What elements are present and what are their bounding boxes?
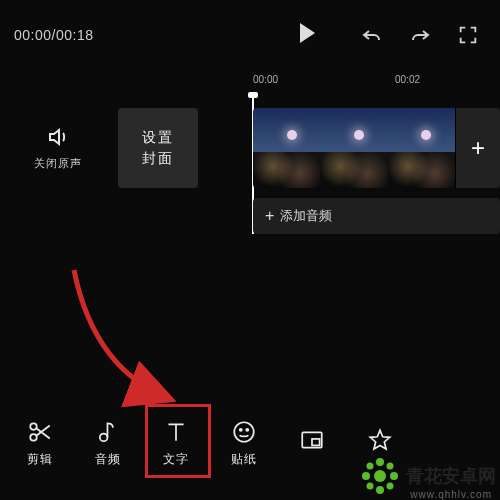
svg-point-9 (376, 458, 384, 466)
clip-thumbnail[interactable] (388, 108, 455, 188)
cover-label-line: 封面 (142, 148, 174, 169)
plus-icon: + (265, 207, 274, 225)
svg-point-15 (367, 483, 374, 490)
svg-rect-7 (312, 439, 320, 446)
volume-icon (46, 125, 70, 149)
svg-point-5 (246, 428, 248, 430)
tool-label: 音频 (74, 451, 142, 468)
timeline-ruler[interactable]: 00:00 00:02 (0, 70, 500, 94)
undo-button[interactable] (354, 17, 390, 53)
svg-point-13 (367, 463, 374, 470)
fullscreen-button[interactable] (450, 17, 486, 53)
svg-point-10 (376, 486, 384, 494)
set-cover-button[interactable]: 设置 封面 (118, 108, 198, 188)
tool-label: 剪辑 (6, 451, 74, 468)
add-audio-label: 添加音频 (280, 207, 332, 225)
timecode: 00:00/00:18 (14, 27, 260, 43)
scissors-icon (27, 419, 53, 445)
svg-point-11 (362, 472, 370, 480)
tool-audio[interactable]: 音频 (74, 417, 142, 468)
add-clip-button[interactable]: + (455, 108, 500, 188)
undo-icon (360, 23, 384, 47)
redo-button[interactable] (402, 17, 438, 53)
tool-label: 贴纸 (210, 451, 278, 468)
cover-label-line: 设置 (142, 127, 174, 148)
pip-icon (299, 427, 325, 453)
svg-point-3 (234, 422, 254, 442)
tool-effects[interactable] (346, 425, 414, 459)
clip-thumbnail[interactable] (253, 108, 320, 188)
play-icon (300, 23, 315, 43)
watermark-logo-icon (360, 456, 400, 496)
svg-point-4 (240, 428, 242, 430)
text-icon (163, 419, 189, 445)
star-icon (367, 427, 393, 453)
tool-label: 文字 (142, 451, 210, 468)
watermark-url: www.qhhlv.com (410, 489, 492, 500)
tool-text[interactable]: 文字 (142, 417, 210, 468)
clip-thumbnail[interactable] (320, 108, 387, 188)
svg-point-12 (390, 472, 398, 480)
svg-point-16 (387, 483, 394, 490)
tool-pip[interactable] (278, 425, 346, 459)
video-track[interactable]: + (253, 108, 500, 188)
tool-sticker[interactable]: 贴纸 (210, 417, 278, 468)
ruler-tick: 00:02 (395, 74, 420, 85)
play-button[interactable] (272, 23, 342, 47)
svg-point-8 (374, 470, 386, 482)
redo-icon (408, 23, 432, 47)
music-note-icon (95, 419, 121, 445)
svg-point-2 (100, 433, 108, 441)
mute-button[interactable] (45, 124, 71, 150)
watermark-name: 青花安卓网 (406, 464, 496, 488)
sticker-icon (231, 419, 257, 445)
fullscreen-icon (457, 24, 479, 46)
mute-label: 关闭原声 (20, 156, 95, 171)
tool-cut[interactable]: 剪辑 (6, 417, 74, 468)
add-audio-track[interactable]: + 添加音频 (253, 198, 500, 234)
ruler-tick: 00:00 (253, 74, 278, 85)
svg-point-14 (387, 463, 394, 470)
